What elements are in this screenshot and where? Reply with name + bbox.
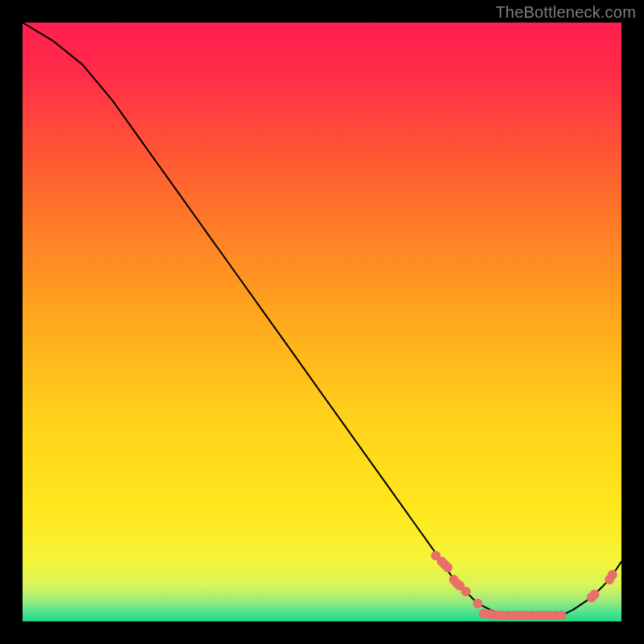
marker-dot <box>590 590 600 600</box>
plot-area <box>23 23 621 621</box>
watermark-text: TheBottleneck.com <box>495 3 636 22</box>
marker-dot <box>461 587 471 597</box>
marker-dot <box>557 611 567 621</box>
chart-svg <box>23 23 621 621</box>
marker-dot <box>473 599 482 609</box>
marker-dot <box>443 563 452 572</box>
marker-dot <box>608 570 617 580</box>
gradient-bg <box>23 23 621 621</box>
chart-frame: TheBottleneck.com <box>0 0 644 644</box>
